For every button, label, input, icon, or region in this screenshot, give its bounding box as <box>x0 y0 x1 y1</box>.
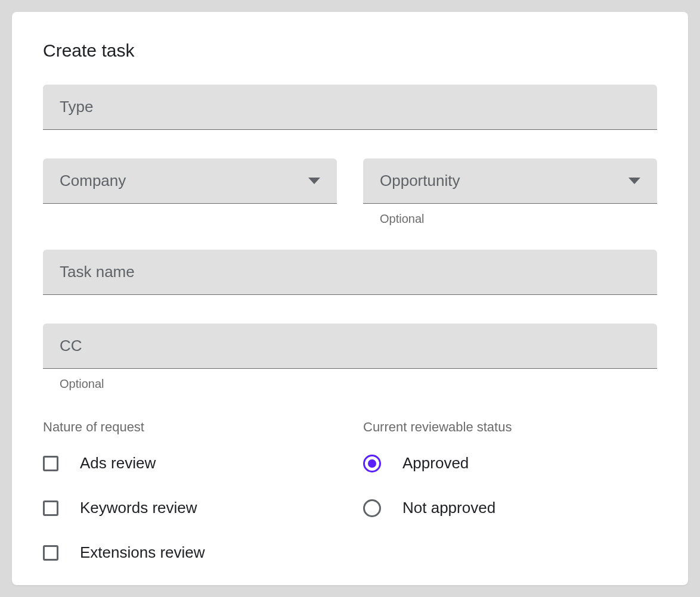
type-field[interactable]: Type <box>43 85 657 130</box>
checkbox-extensions-review[interactable]: Extensions review <box>43 543 337 562</box>
create-task-card: Create task Type Company Opportunity Opt… <box>12 12 688 585</box>
reviewable-status-section: Current reviewable status Approved Not a… <box>363 419 657 585</box>
type-field-group: Type <box>43 85 657 130</box>
radio-label: Not approved <box>402 499 495 517</box>
opportunity-group: Opportunity Optional <box>363 158 657 226</box>
opportunity-helper: Optional <box>380 212 657 226</box>
company-label: Company <box>60 172 126 190</box>
checkbox-label: Extensions review <box>80 543 205 562</box>
opportunity-select[interactable]: Opportunity <box>363 158 657 204</box>
company-opportunity-row: Company Opportunity Optional <box>43 158 657 226</box>
cc-helper: Optional <box>60 377 657 391</box>
company-select[interactable]: Company <box>43 158 337 204</box>
checkbox-icon <box>43 500 58 516</box>
task-name-field-group: Task name <box>43 250 657 295</box>
chevron-down-icon <box>308 178 320 184</box>
type-label: Type <box>60 98 93 116</box>
cc-label: CC <box>60 337 82 355</box>
checkbox-icon <box>43 456 58 471</box>
radio-label: Approved <box>402 454 469 472</box>
checkbox-icon <box>43 545 58 561</box>
task-name-input[interactable]: Task name <box>43 250 657 295</box>
cc-field-group: CC Optional <box>43 324 657 391</box>
radio-icon <box>363 499 381 517</box>
checkbox-label: Ads review <box>80 454 156 472</box>
sections-row: Nature of request Ads review Keywords re… <box>43 419 657 585</box>
page-title: Create task <box>43 41 657 61</box>
checkbox-ads-review[interactable]: Ads review <box>43 454 337 472</box>
radio-not-approved[interactable]: Not approved <box>363 499 657 517</box>
nature-of-request-section: Nature of request Ads review Keywords re… <box>43 419 337 585</box>
radio-icon <box>363 455 381 472</box>
checkbox-keywords-review[interactable]: Keywords review <box>43 499 337 517</box>
cc-input[interactable]: CC <box>43 324 657 369</box>
radio-approved[interactable]: Approved <box>363 454 657 472</box>
checkbox-label: Keywords review <box>80 499 197 517</box>
reviewable-status-title: Current reviewable status <box>363 419 657 435</box>
chevron-down-icon <box>628 178 640 184</box>
opportunity-label: Opportunity <box>380 172 460 190</box>
nature-of-request-title: Nature of request <box>43 419 337 435</box>
company-group: Company <box>43 158 337 226</box>
task-name-label: Task name <box>60 263 135 281</box>
